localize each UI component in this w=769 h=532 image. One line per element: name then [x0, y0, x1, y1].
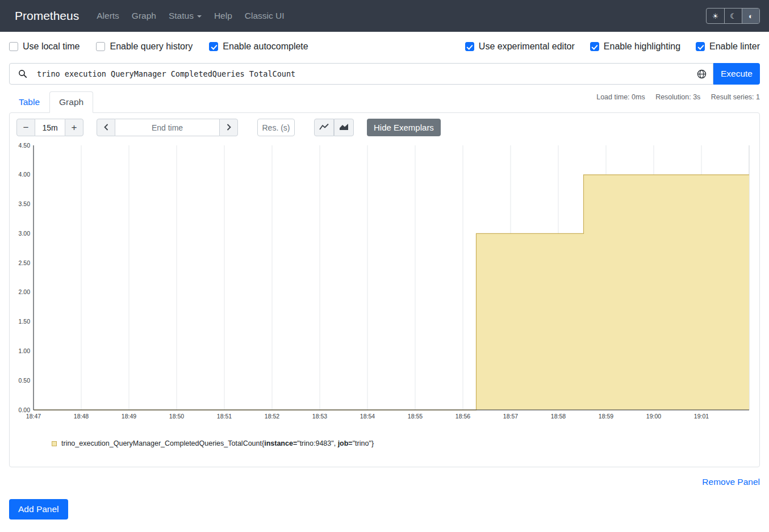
- sun-icon: ☀: [712, 12, 719, 20]
- query-input-group: [9, 63, 713, 85]
- option-label: Enable highlighting: [604, 41, 680, 52]
- range-increase-button[interactable]: +: [65, 119, 83, 136]
- query-stats: Load time: 0ms Resolution: 3s Result ser…: [588, 91, 760, 101]
- enable-highlighting-checkbox[interactable]: [590, 42, 599, 51]
- nav-links: Alerts Graph Status Help Classic UI: [90, 6, 706, 26]
- range-decrease-button[interactable]: −: [16, 119, 35, 136]
- tab-table[interactable]: Table: [9, 91, 49, 113]
- range-input[interactable]: [35, 119, 65, 136]
- svg-text:3.00: 3.00: [19, 230, 31, 237]
- circle-half-icon: ◐: [749, 12, 753, 20]
- svg-text:0.50: 0.50: [19, 377, 31, 384]
- tabs: Table Graph: [9, 91, 93, 113]
- nav-classic-ui[interactable]: Classic UI: [239, 6, 291, 26]
- option-label: Enable linter: [709, 41, 760, 52]
- svg-text:3.50: 3.50: [19, 200, 31, 207]
- query-bar: Execute: [9, 63, 760, 85]
- svg-text:18:54: 18:54: [360, 413, 375, 420]
- resolution-input[interactable]: [257, 119, 295, 136]
- svg-text:4.00: 4.00: [19, 171, 31, 178]
- option-enable-linter[interactable]: Enable linter: [696, 41, 760, 52]
- svg-text:18:59: 18:59: [599, 413, 613, 420]
- graph-controls: − + Hide Exemplars: [16, 119, 753, 136]
- enable-linter-checkbox[interactable]: [696, 42, 705, 51]
- resolution: Resolution: 3s: [655, 93, 700, 101]
- options-row: Use local time Enable query history Enab…: [0, 32, 769, 55]
- option-label: Enable autocomplete: [223, 41, 308, 52]
- range-control-group: − +: [16, 119, 83, 136]
- enable-autocomplete-checkbox[interactable]: [209, 42, 218, 51]
- end-time-input[interactable]: [115, 119, 219, 136]
- navbar: Prometheus Alerts Graph Status Help Clas…: [0, 0, 769, 32]
- tabs-row: Table Graph Load time: 0ms Resolution: 3…: [9, 91, 760, 113]
- svg-text:2.00: 2.00: [19, 288, 31, 295]
- editor-options-group: Use experimental editor Enable highlight…: [450, 41, 760, 52]
- svg-text:18:50: 18:50: [169, 413, 184, 420]
- brand[interactable]: Prometheus: [15, 9, 79, 23]
- option-enable-query-history[interactable]: Enable query history: [96, 41, 193, 52]
- minus-icon: −: [23, 123, 29, 132]
- nav-status[interactable]: Status: [162, 6, 208, 26]
- option-label: Use experimental editor: [479, 41, 575, 52]
- plus-icon: +: [72, 123, 77, 132]
- nav-help[interactable]: Help: [208, 6, 239, 26]
- use-local-time-checkbox[interactable]: [9, 42, 18, 51]
- svg-text:18:52: 18:52: [265, 413, 279, 420]
- chart-legend[interactable]: trino_execution_QueryManager_CompletedQu…: [16, 439, 753, 447]
- option-use-local-time[interactable]: Use local time: [9, 41, 80, 52]
- tab-graph[interactable]: Graph: [49, 91, 93, 113]
- theme-dark-button[interactable]: ☾: [724, 9, 742, 23]
- execute-button[interactable]: Execute: [713, 63, 760, 85]
- theme-toggle-group: ☀ ☾ ◐: [706, 8, 760, 24]
- option-enable-autocomplete[interactable]: Enable autocomplete: [209, 41, 308, 52]
- legend-swatch: [52, 441, 57, 446]
- svg-text:18:57: 18:57: [503, 413, 518, 420]
- time-back-button[interactable]: [97, 119, 115, 136]
- graph-panel: − + Hide Exemplars 18:4718:4818:4918:501…: [9, 112, 760, 467]
- svg-text:19:00: 19:00: [646, 413, 661, 420]
- theme-light-button[interactable]: ☀: [707, 9, 724, 23]
- nav-graph[interactable]: Graph: [126, 6, 162, 26]
- svg-text:18:56: 18:56: [455, 413, 470, 420]
- theme-auto-button[interactable]: ◐: [742, 9, 759, 23]
- area-chart-icon: [339, 123, 349, 132]
- svg-text:2.50: 2.50: [19, 259, 31, 266]
- svg-text:18:47: 18:47: [26, 413, 41, 420]
- chevron-right-icon: [227, 123, 231, 132]
- time-series-chart[interactable]: 18:4718:4818:4918:5018:5118:5218:5318:54…: [16, 141, 753, 425]
- nav-status-label: Status: [169, 11, 194, 20]
- svg-text:18:58: 18:58: [551, 413, 566, 420]
- chevron-left-icon: [104, 123, 108, 132]
- svg-text:18:49: 18:49: [122, 413, 136, 420]
- nav-alerts[interactable]: Alerts: [90, 6, 126, 26]
- stacked-graph-button[interactable]: [334, 119, 354, 136]
- load-time: Load time: 0ms: [596, 93, 645, 101]
- time-forward-button[interactable]: [219, 119, 238, 136]
- moon-icon: ☾: [730, 12, 737, 20]
- enable-query-history-checkbox[interactable]: [96, 42, 105, 51]
- result-series: Result series: 1: [711, 93, 760, 101]
- svg-text:18:48: 18:48: [74, 413, 89, 420]
- metrics-explorer-icon[interactable]: [690, 69, 713, 79]
- option-use-experimental-editor[interactable]: Use experimental editor: [465, 41, 575, 52]
- line-chart-icon: [319, 123, 329, 132]
- hide-exemplars-button[interactable]: Hide Exemplars: [367, 119, 441, 136]
- option-label: Enable query history: [110, 41, 193, 52]
- svg-text:1.50: 1.50: [19, 318, 31, 325]
- svg-text:4.50: 4.50: [19, 142, 31, 149]
- use-experimental-editor-checkbox[interactable]: [465, 42, 474, 51]
- search-icon: [10, 69, 36, 78]
- option-enable-highlighting[interactable]: Enable highlighting: [590, 41, 680, 52]
- svg-text:18:53: 18:53: [312, 413, 327, 420]
- svg-text:1.00: 1.00: [19, 347, 31, 354]
- svg-text:0.00: 0.00: [19, 407, 31, 413]
- legend-label: trino_execution_QueryManager_CompletedQu…: [61, 439, 374, 447]
- chevron-down-icon: [197, 15, 202, 18]
- add-panel-button[interactable]: Add Panel: [9, 499, 68, 520]
- svg-text:18:55: 18:55: [408, 413, 423, 420]
- query-input[interactable]: [36, 69, 690, 79]
- svg-text:19:01: 19:01: [694, 413, 709, 420]
- line-graph-button[interactable]: [314, 119, 334, 136]
- option-label: Use local time: [23, 41, 80, 52]
- remove-panel-link[interactable]: Remove Panel: [702, 477, 760, 487]
